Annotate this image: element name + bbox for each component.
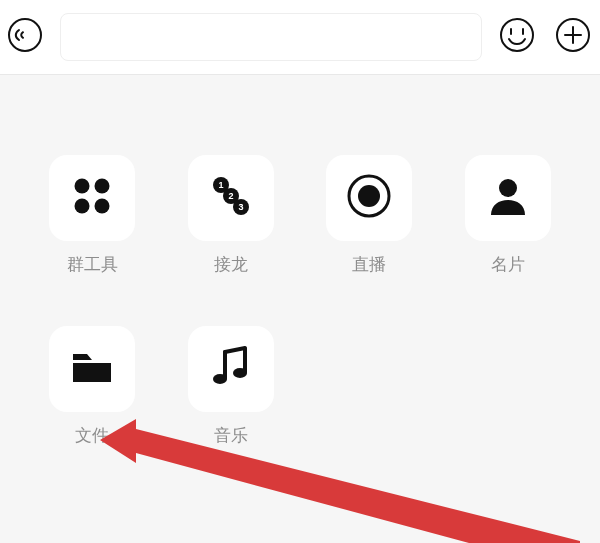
live-tile [326,155,412,241]
person-icon [483,171,533,225]
live-item[interactable]: 直播 [317,155,421,276]
input-bar [0,0,600,75]
music-tile [188,326,274,412]
svg-point-1 [501,19,533,51]
contact-card-tile [465,155,551,241]
svg-point-19 [499,179,517,197]
svg-point-8 [95,179,110,194]
contact-card-item[interactable]: 名片 [456,155,560,276]
group-tools-label: 群工具 [67,253,118,276]
numbered-chain-icon: 123 [206,171,256,225]
smile-icon [499,17,535,57]
svg-point-0 [9,19,41,51]
chain-label: 接龙 [214,253,248,276]
svg-rect-20 [73,360,111,363]
music-icon [206,342,256,396]
svg-text:1: 1 [218,180,223,190]
attachment-grid: 群工具 123 接龙 [40,155,560,447]
chain-item[interactable]: 123 接龙 [179,155,283,276]
contact-card-label: 名片 [491,253,525,276]
voice-button[interactable] [4,16,46,58]
live-label: 直播 [352,253,386,276]
svg-point-22 [213,374,227,384]
svg-text:3: 3 [238,202,243,212]
folder-icon [67,342,117,396]
plus-icon [555,17,591,57]
files-label: 文件 [75,424,109,447]
group-tools-tile [49,155,135,241]
svg-point-23 [233,368,247,378]
files-item[interactable]: 文件 [40,326,144,447]
plus-button[interactable] [552,16,594,58]
chain-tile: 123 [188,155,274,241]
sound-wave-icon [7,17,43,57]
music-label: 音乐 [214,424,248,447]
message-input[interactable] [60,13,482,61]
svg-point-9 [75,199,90,214]
dots-grid-icon [67,171,117,225]
files-tile [49,326,135,412]
record-icon [344,171,394,225]
music-item[interactable]: 音乐 [179,326,283,447]
svg-point-7 [75,179,90,194]
emoji-button[interactable] [496,16,538,58]
svg-point-10 [95,199,110,214]
group-tools-item[interactable]: 群工具 [40,155,144,276]
svg-text:2: 2 [228,191,233,201]
attachment-panel: 群工具 123 接龙 [0,75,600,543]
svg-point-18 [358,185,380,207]
screen-root: 群工具 123 接龙 [0,0,600,543]
